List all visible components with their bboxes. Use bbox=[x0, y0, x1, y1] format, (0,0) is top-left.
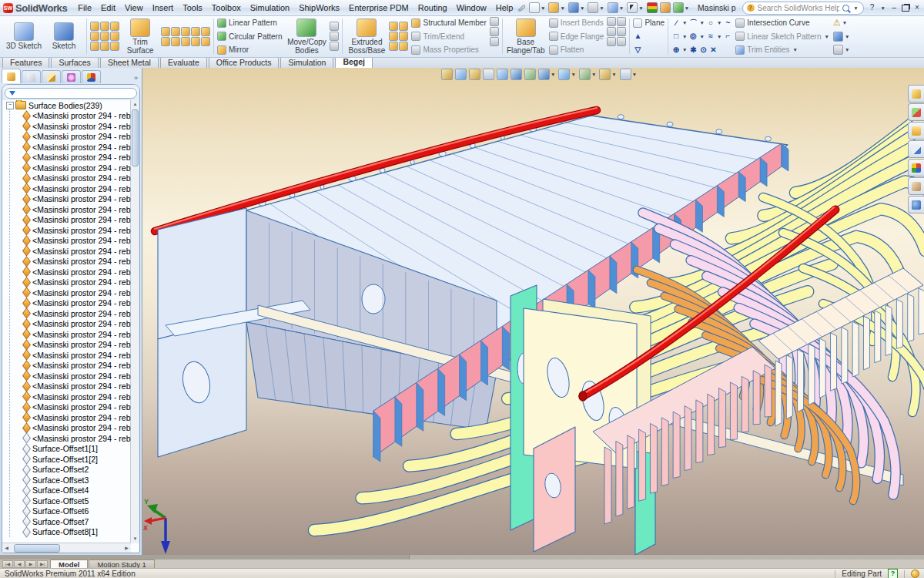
tree-item[interactable]: <Masinski prostor 294 - rebra i p bbox=[2, 381, 131, 392]
hide-show-items-button[interactable]: ▼ bbox=[579, 69, 597, 80]
tab-sheet-metal[interactable]: Sheet Metal bbox=[100, 56, 159, 68]
view-palette-tab[interactable] bbox=[908, 159, 924, 176]
magnifier-button[interactable] bbox=[497, 69, 508, 80]
tool-icon[interactable] bbox=[110, 22, 119, 31]
tree-item[interactable]: <Masinski prostor 294 - rebra i p bbox=[2, 329, 131, 340]
tree-item[interactable]: <Masinski prostor 294 - rebra i p bbox=[2, 267, 131, 277]
tree-item[interactable]: <Masinski prostor 294 - rebra i p bbox=[2, 361, 131, 371]
undo-button[interactable]: ▼ bbox=[607, 2, 625, 14]
previous-tab-button[interactable]: ◀ bbox=[14, 560, 25, 568]
tool-icon[interactable] bbox=[100, 32, 109, 41]
tool-icon[interactable] bbox=[607, 37, 616, 46]
tree-item[interactable]: Surface-Offset1[1] bbox=[2, 444, 131, 455]
tool-icon[interactable] bbox=[490, 37, 499, 46]
tree-item[interactable]: <Masinski prostor 294 - rebra i p bbox=[2, 111, 131, 122]
document-recovery-tab[interactable] bbox=[908, 196, 924, 213]
edit-appearance-button[interactable]: ▼ bbox=[599, 69, 617, 80]
tab-motion-study-1[interactable]: Motion Study 1 bbox=[89, 560, 154, 568]
pyramid-icon[interactable]: ▲ bbox=[633, 32, 642, 41]
rotate-view-button[interactable] bbox=[511, 69, 522, 80]
tree-item[interactable]: <Masinski prostor 294 - rebra i p bbox=[2, 277, 131, 288]
open-button[interactable]: ▼ bbox=[547, 2, 566, 14]
tool-icon[interactable] bbox=[201, 27, 210, 36]
tool-icon[interactable] bbox=[100, 42, 109, 51]
first-tab-button[interactable]: |◀ bbox=[2, 560, 13, 568]
move-copy-bodies-button[interactable]: Move/Copy Bodies bbox=[285, 18, 328, 55]
menu-insert[interactable]: Insert bbox=[148, 2, 179, 14]
help-button[interactable]: ? bbox=[869, 3, 876, 12]
tree-item[interactable]: Surface-Offset5 bbox=[2, 496, 131, 506]
tool-icon[interactable] bbox=[389, 22, 398, 31]
freeform-tool-icon[interactable]: ≈ bbox=[706, 32, 715, 41]
tool-icon[interactable] bbox=[90, 32, 99, 41]
tool-icon[interactable] bbox=[191, 27, 200, 36]
dropdown-arrow-icon[interactable]: ▼ bbox=[591, 72, 596, 77]
display-manager-tab[interactable] bbox=[82, 70, 101, 83]
text-tool-icon[interactable]: ⊙ bbox=[698, 45, 708, 55]
zoom-to-area-button[interactable] bbox=[455, 69, 467, 80]
menu-view[interactable]: View bbox=[120, 2, 148, 14]
tool-icon[interactable] bbox=[330, 42, 339, 51]
tree-item[interactable]: <Masinski prostor 294 - rebra i p bbox=[2, 371, 131, 381]
options-button[interactable] bbox=[659, 2, 671, 14]
tree-item[interactable]: Surface-Offset1[2] bbox=[2, 454, 131, 465]
extruded-boss-base-button[interactable]: Extruded Boss/Base bbox=[346, 18, 387, 55]
view-settings-button[interactable]: ▼ bbox=[672, 2, 691, 14]
tree-item[interactable]: <Masinski prostor 294 - rebra i p bbox=[2, 215, 131, 226]
tree-item[interactable]: <Masinski prostor 294 - rebra i p bbox=[2, 391, 131, 402]
tool-icon[interactable] bbox=[617, 37, 626, 46]
tool-icon[interactable] bbox=[100, 22, 109, 31]
scroll-right-icon[interactable]: ▶ bbox=[122, 544, 131, 553]
last-tab-button[interactable]: ▶| bbox=[37, 560, 48, 568]
tree-item[interactable]: Surface-Offset6 bbox=[2, 506, 131, 517]
previous-view-button[interactable] bbox=[469, 69, 480, 80]
tab-features[interactable]: Features bbox=[2, 56, 49, 68]
menu-tools[interactable]: Tools bbox=[178, 2, 207, 14]
tool-icon[interactable] bbox=[181, 27, 190, 36]
tool-icon[interactable] bbox=[90, 22, 99, 31]
plane-button[interactable]: Plane bbox=[633, 17, 665, 29]
fillet-tool-icon[interactable]: ⌐ bbox=[723, 32, 732, 41]
tool-icon[interactable] bbox=[171, 27, 180, 36]
mass-properties-button[interactable]: Mass Properties bbox=[411, 44, 486, 55]
menu-shipworks[interactable]: ShipWorks bbox=[294, 2, 344, 14]
scroll-down-icon[interactable]: ▼ bbox=[131, 535, 139, 543]
tree-item[interactable]: <Masinski prostor 294 - rebra i p bbox=[2, 340, 131, 351]
edge-flange-button[interactable]: Edge Flange bbox=[549, 31, 604, 42]
circular-pattern-button[interactable]: Circular Pattern bbox=[217, 31, 282, 42]
tree-item[interactable]: <Masinski prostor 294 - rebra i p bbox=[2, 236, 131, 247]
custom-properties-tab[interactable] bbox=[908, 177, 924, 195]
tool-icon[interactable] bbox=[90, 42, 99, 51]
linear-sketch-pattern-button[interactable]: Linear Sketch Pattern▼ bbox=[735, 31, 830, 42]
tree-item[interactable]: Surface-Offset2 bbox=[2, 465, 131, 476]
tool-icon[interactable] bbox=[389, 42, 398, 51]
tree-item[interactable]: <Masinski prostor 294 - rebra i p bbox=[2, 204, 131, 215]
mirror-button[interactable]: Mirror bbox=[217, 44, 282, 55]
insert-bends-button[interactable]: Insert Bends bbox=[549, 17, 604, 29]
tree-horizontal-scrollbar[interactable]: ◀ ▶ bbox=[2, 543, 131, 553]
scroll-left-icon[interactable]: ◀ bbox=[2, 544, 11, 553]
line-tool-icon[interactable]: ∕ bbox=[671, 18, 681, 28]
search-results-tab[interactable] bbox=[908, 140, 924, 158]
trim-entities-button[interactable]: Trim Entities▼ bbox=[735, 44, 830, 55]
search-box[interactable]: ? Search SolidWorks Help ▼ bbox=[742, 2, 864, 15]
rapid-sketch-icon[interactable] bbox=[833, 45, 843, 55]
model-3d-view[interactable]: YX bbox=[142, 68, 924, 555]
flatten-button[interactable]: Flatten bbox=[549, 44, 604, 55]
restore-button[interactable] bbox=[902, 5, 909, 12]
tab-office-products[interactable]: Office Products bbox=[209, 56, 280, 68]
new-document-button[interactable]: ▼ bbox=[528, 2, 547, 14]
tab-surfaces[interactable]: Surfaces bbox=[51, 56, 98, 68]
help-dropdown-arrow-icon[interactable]: ▼ bbox=[881, 5, 886, 11]
rectangle-tool-icon[interactable]: □ bbox=[671, 32, 681, 41]
propertymanager-tab[interactable] bbox=[22, 70, 41, 83]
structural-member-button[interactable]: Structural Member bbox=[411, 17, 486, 29]
tool-icon[interactable] bbox=[110, 42, 119, 51]
select-button[interactable]: ▼ bbox=[626, 2, 644, 14]
tab-model[interactable]: Model bbox=[50, 560, 88, 568]
tree-item[interactable]: <Masinski prostor 294 - rebra i p bbox=[2, 163, 131, 173]
tree-item[interactable]: <Masinski prostor 294 - rebra i p bbox=[2, 257, 131, 267]
tool-icon[interactable] bbox=[161, 27, 170, 36]
panel-overflow-chevron[interactable]: » bbox=[134, 74, 140, 83]
menu-window[interactable]: Window bbox=[452, 2, 491, 14]
